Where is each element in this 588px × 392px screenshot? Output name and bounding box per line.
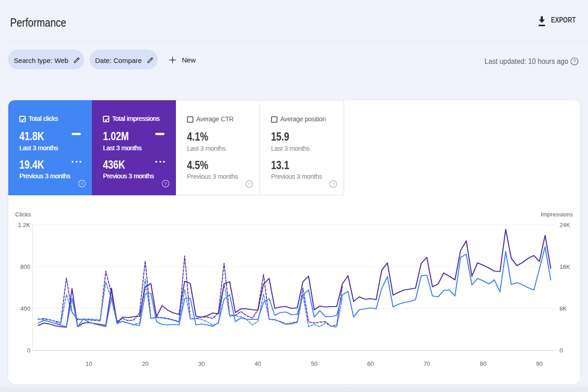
svg-text:?: ? bbox=[164, 181, 167, 186]
svg-text:400: 400 bbox=[20, 305, 30, 312]
svg-text:50: 50 bbox=[311, 360, 317, 367]
svg-text:90: 90 bbox=[536, 360, 543, 367]
svg-text:0: 0 bbox=[27, 347, 30, 354]
svg-text:40: 40 bbox=[254, 360, 261, 367]
svg-text:8K: 8K bbox=[560, 305, 567, 312]
svg-text:?: ? bbox=[248, 182, 250, 187]
svg-text:Impressions: Impressions bbox=[541, 211, 573, 218]
svg-text:800: 800 bbox=[20, 263, 30, 270]
svg-text:20: 20 bbox=[142, 360, 148, 367]
svg-text:1.2K: 1.2K bbox=[18, 222, 30, 228]
svg-text:0: 0 bbox=[560, 347, 563, 354]
svg-text:16K: 16K bbox=[560, 263, 570, 270]
svg-text:70: 70 bbox=[424, 360, 430, 367]
svg-text:?: ? bbox=[81, 181, 83, 186]
svg-text:?: ? bbox=[573, 58, 576, 64]
svg-text:30: 30 bbox=[198, 360, 204, 367]
svg-text:?: ? bbox=[332, 182, 334, 187]
svg-text:80: 80 bbox=[480, 360, 486, 367]
svg-text:Clicks: Clicks bbox=[15, 211, 31, 218]
svg-text:60: 60 bbox=[367, 360, 373, 367]
svg-text:24K: 24K bbox=[560, 222, 570, 228]
svg-text:10: 10 bbox=[85, 360, 92, 367]
